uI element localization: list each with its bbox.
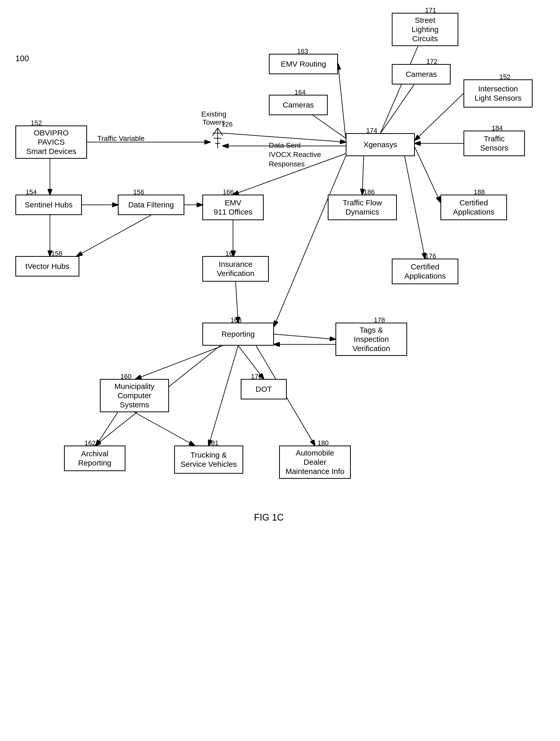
- node-data-filtering: Data Filtering: [118, 195, 184, 215]
- ref-158: 158: [51, 250, 62, 258]
- svg-line-27: [209, 346, 238, 446]
- traffic-variable-label: Traffic Variable: [97, 134, 145, 143]
- svg-line-4: [338, 64, 346, 138]
- ref-152-intersection: 152: [499, 73, 510, 81]
- node-xgenasys: Xgenasys: [346, 133, 415, 156]
- ref-154: 154: [25, 188, 37, 196]
- svg-line-6: [415, 93, 464, 140]
- node-cameras-top: Cameras: [392, 64, 451, 84]
- ref-178: 178: [374, 316, 385, 324]
- node-certified-top: CertifiedApplications: [440, 195, 507, 220]
- node-traffic-sensors: TrafficSensors: [464, 131, 525, 156]
- node-cameras-mid: Cameras: [269, 95, 328, 115]
- node-tags-inspection: Tags &InspectionVerification: [336, 323, 407, 356]
- antenna-icon: [210, 126, 225, 151]
- ref-181: 181: [207, 439, 218, 447]
- ref-188: 188: [474, 188, 485, 196]
- ref-174: 174: [366, 127, 377, 135]
- ref-180: 180: [318, 439, 329, 447]
- ref-100: 100: [15, 54, 29, 63]
- svg-line-23: [274, 334, 336, 339]
- node-obvipro: OBVIPROPAVICSSmart Devices: [15, 126, 87, 159]
- ref-167: 167: [225, 250, 236, 258]
- svg-line-37: [218, 128, 223, 136]
- node-emv-911: EMV911 Offices: [202, 195, 264, 220]
- svg-line-10: [405, 156, 425, 259]
- ref-171: 171: [425, 6, 436, 14]
- node-certified-mid: CertifiedApplications: [392, 259, 458, 284]
- ref-184: 184: [492, 124, 503, 132]
- svg-line-21: [274, 156, 346, 327]
- node-trucking: Trucking &Service Vehicles: [174, 446, 243, 474]
- node-automobile: AutomobileDealerMaintenance Info: [279, 446, 351, 479]
- ref-176: 176: [425, 252, 436, 260]
- ref-152-obvipro: 152: [31, 119, 42, 127]
- svg-line-30: [134, 412, 195, 446]
- ref-168: 168: [230, 316, 241, 324]
- diagram: 100 StreetLightingCircuits 171 Cameras 1…: [0, 0, 560, 741]
- node-tvector-hubs: tVector Hubs: [15, 256, 79, 276]
- ref-172: 172: [426, 58, 437, 66]
- ref-162: 162: [84, 439, 95, 447]
- ref-186: 186: [364, 188, 374, 196]
- node-insurance: InsuranceVerification: [202, 256, 269, 282]
- node-sentinel-hubs: Sentinel Hubs: [15, 195, 82, 215]
- node-emv-routing: EMV Routing: [269, 54, 338, 74]
- node-traffic-flow: Traffic FlowDynamics: [328, 195, 397, 220]
- fig-label: FIG 1C: [218, 512, 320, 523]
- svg-line-36: [213, 128, 218, 136]
- svg-line-9: [415, 147, 440, 202]
- ref-163: 163: [297, 47, 308, 55]
- ref-160: 160: [120, 373, 131, 381]
- node-reporting: Reporting: [202, 323, 274, 346]
- svg-line-16: [77, 215, 151, 256]
- ref-126: 126: [221, 120, 232, 128]
- ref-170: 170: [251, 373, 262, 381]
- node-intersection-light: IntersectionLight Sensors: [464, 79, 533, 108]
- node-street-lighting: StreetLightingCircuits: [392, 13, 458, 46]
- node-dot: DOT: [241, 379, 287, 399]
- ref-156: 156: [133, 188, 144, 196]
- node-municipality: MunicipalityComputerSystems: [100, 379, 169, 412]
- ref-164: 164: [294, 88, 305, 96]
- ref-166: 166: [223, 188, 234, 196]
- node-archival: ArchivalReporting: [64, 446, 126, 471]
- svg-line-25: [136, 346, 223, 379]
- svg-line-29: [96, 412, 118, 446]
- data-sent-label: Data SentIVOCX ReactiveResponses: [269, 141, 321, 169]
